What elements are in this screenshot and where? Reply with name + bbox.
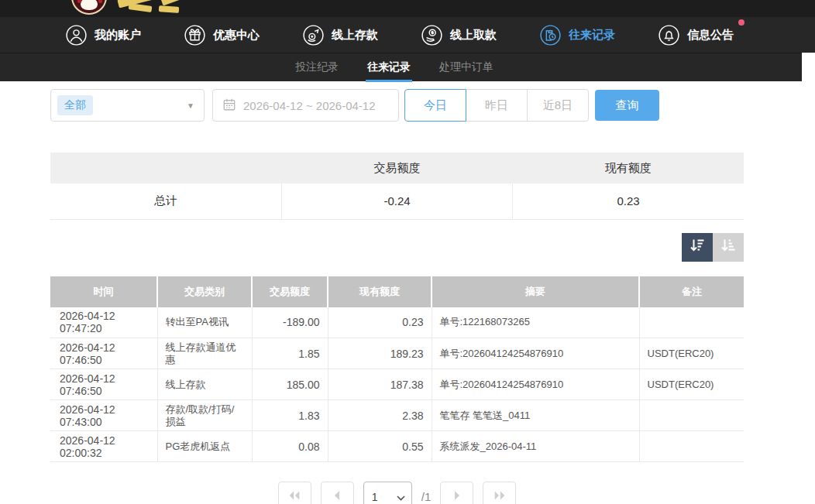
- type-filter-select[interactable]: 全部 ▼: [50, 89, 205, 122]
- withdraw-icon: [421, 25, 442, 46]
- summary-header-transaction-amount: 交易额度: [281, 153, 512, 183]
- deposit-icon: [303, 25, 324, 46]
- table-row: 2026-04-12 07:47:20 转出至PA视讯 -189.00 0.23…: [50, 307, 744, 338]
- cell-time: 2026-04-12 07:46:50: [50, 369, 157, 400]
- cell-summary: 单号:202604124254876910: [432, 338, 639, 369]
- nav-item-promotions[interactable]: 优惠中心: [184, 25, 260, 46]
- chevron-down-icon: ▼: [187, 101, 194, 110]
- brand-logo[interactable]: [71, 0, 107, 15]
- table-row: 2026-04-12 07:46:50 线上存款 185.00 187.38 单…: [50, 369, 744, 400]
- nav-label: 往来记录: [569, 28, 615, 43]
- first-page-button[interactable]: [278, 482, 311, 504]
- col-header-time: 时间: [50, 276, 157, 307]
- table-row: 2026-04-12 02:00:32 PG老虎机返点 0.08 0.55 系统…: [50, 431, 744, 462]
- last-page-button[interactable]: [483, 482, 516, 504]
- cell-transaction-amount: 0.08: [252, 431, 328, 462]
- cell-transaction-amount: 1.85: [252, 338, 328, 369]
- cell-summary: 单号:202604124254876910: [432, 369, 639, 400]
- date-range-input[interactable]: 2026-04-12 ~ 2026-04-12: [212, 89, 399, 122]
- chevron-right-icon: [452, 490, 463, 504]
- nav-item-my-account[interactable]: 我的账户: [66, 25, 141, 46]
- summary-total-row: 总计 -0.24 0.23: [50, 183, 744, 219]
- sort-ascending-button[interactable]: [713, 233, 744, 262]
- next-page-button[interactable]: [440, 482, 473, 504]
- chevron-down-icon: [397, 491, 405, 503]
- cell-type: PG老虎机返点: [157, 431, 252, 462]
- records-table: 时间 交易类别 交易额度 现有额度 摘要 备注 2026-04-12 07:47…: [50, 276, 744, 463]
- logo-text-stroke: [129, 3, 153, 12]
- today-button[interactable]: 今日: [404, 89, 466, 122]
- nav-item-online-deposit[interactable]: 线上存款: [303, 25, 378, 46]
- cell-current-amount: 187.38: [328, 369, 432, 400]
- tab-processing-orders[interactable]: 处理中订单: [438, 53, 495, 82]
- cell-summary: 笔笔存 笔笔送_0411: [432, 400, 639, 431]
- nav-label: 线上存款: [332, 28, 378, 43]
- cell-remarks: USDT(ERC20): [639, 338, 744, 369]
- yesterday-button[interactable]: 昨日: [466, 89, 528, 122]
- cell-current-amount: 2.38: [328, 400, 432, 431]
- chevron-left-icon: [332, 490, 342, 504]
- col-header-remarks: 备注: [639, 276, 744, 307]
- selected-type-tag[interactable]: 全部: [57, 95, 93, 115]
- date-range-value: 2026-04-12 ~ 2026-04-12: [243, 99, 376, 112]
- total-pages-label: /1: [421, 482, 432, 504]
- previous-page-button[interactable]: [321, 482, 354, 504]
- double-chevron-right-icon: [493, 490, 507, 504]
- col-header-transaction-amount: 交易额度: [252, 276, 328, 307]
- records-icon: [540, 25, 561, 46]
- top-strip: [0, 0, 815, 17]
- search-button[interactable]: 查询: [595, 90, 659, 121]
- nav-item-transaction-records[interactable]: 往来记录: [540, 25, 615, 46]
- cell-transaction-amount: 185.00: [252, 369, 328, 400]
- table-row: 2026-04-12 07:46:50 线上存款通道优惠 1.85 189.23…: [50, 338, 744, 369]
- last-8-days-button[interactable]: 近8日: [527, 89, 589, 122]
- summary-header-current-amount: 现有额度: [513, 153, 744, 183]
- cell-current-amount: 0.23: [328, 307, 432, 338]
- col-header-current-amount: 现有额度: [328, 276, 432, 307]
- cell-type: 线上存款通道优惠: [157, 338, 252, 369]
- sort-controls: [50, 233, 744, 262]
- nav-label: 信息公告: [687, 28, 734, 43]
- summary-current-amount: 0.23: [513, 183, 744, 219]
- tab-betting-records[interactable]: 投注纪录: [294, 53, 340, 82]
- content-area: 全部 ▼ 2026-04-12 ~ 2026-04-12 今日 昨日 近8日 查: [50, 89, 744, 504]
- nav-label: 优惠中心: [213, 28, 260, 43]
- page-select-value: 1: [372, 491, 378, 503]
- nav-label: 线上取款: [450, 28, 497, 43]
- cell-remarks: USDT(ERC20): [639, 369, 744, 400]
- transaction-records-page: 我的账户 优惠中心 线上存款: [0, 0, 815, 504]
- user-icon: [66, 25, 87, 46]
- cell-type: 线上存款: [157, 369, 252, 400]
- cell-time: 2026-04-12 07:43:00: [50, 400, 157, 431]
- cell-current-amount: 0.55: [328, 431, 432, 462]
- cell-time: 2026-04-12 07:46:50: [50, 338, 157, 369]
- main-nav: 我的账户 优惠中心 线上存款: [0, 17, 815, 53]
- cell-transaction-amount: 1.83: [252, 400, 328, 431]
- nav-item-online-withdrawal[interactable]: 线上取款: [421, 25, 497, 46]
- sub-nav: 投注纪录 往来记录 处理中订单: [0, 53, 802, 81]
- cell-remarks: [639, 431, 744, 462]
- sort-descending-icon: [689, 237, 706, 257]
- page-select[interactable]: 1: [363, 482, 412, 504]
- nav-item-announcements[interactable]: 信息公告: [659, 25, 734, 46]
- summary-total-label: 总计: [50, 183, 281, 219]
- cell-time: 2026-04-12 07:47:20: [50, 307, 157, 338]
- summary-table: 交易额度 现有额度 总计 -0.24 0.23: [50, 153, 744, 220]
- cell-type: 转出至PA视讯: [157, 307, 252, 338]
- sort-descending-button[interactable]: [682, 233, 713, 262]
- logo-text-stroke: [160, 0, 187, 6]
- cell-current-amount: 189.23: [328, 338, 432, 369]
- notification-dot: [738, 19, 745, 26]
- filter-row: 全部 ▼ 2026-04-12 ~ 2026-04-12 今日 昨日 近8日 查: [50, 89, 744, 122]
- calendar-icon: [222, 98, 236, 114]
- table-row: 2026-04-12 07:43:00 存款/取款/打码/损益 1.83 2.3…: [50, 400, 744, 431]
- quick-date-group: 今日 昨日 近8日: [404, 89, 589, 122]
- summary-header-empty: [50, 153, 281, 183]
- tab-transaction-records[interactable]: 往来记录: [366, 53, 412, 82]
- col-header-type: 交易类别: [157, 276, 252, 307]
- cell-time: 2026-04-12 02:00:32: [50, 431, 157, 462]
- col-header-summary: 摘要: [432, 276, 639, 307]
- cell-transaction-amount: -189.00: [252, 307, 328, 338]
- summary-transaction-amount: -0.24: [281, 183, 512, 219]
- cell-summary: 单号:122168073265: [432, 307, 639, 338]
